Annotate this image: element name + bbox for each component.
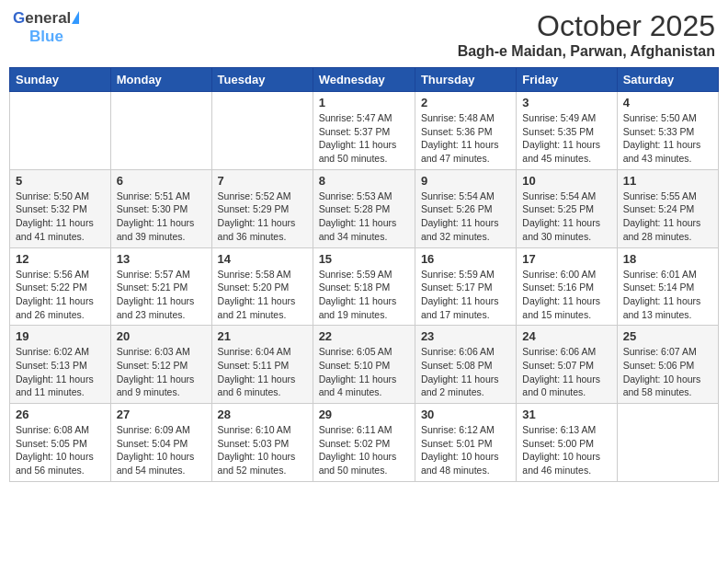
calendar-cell: 7Sunrise: 5:52 AMSunset: 5:29 PMDaylight…	[211, 169, 313, 247]
logo-general-text: General	[13, 9, 79, 28]
day-number: 24	[522, 329, 610, 343]
calendar-week-row: 19Sunrise: 6:02 AMSunset: 5:13 PMDayligh…	[10, 326, 719, 404]
calendar-cell: 22Sunrise: 6:05 AMSunset: 5:10 PMDayligh…	[313, 326, 415, 404]
calendar-cell	[617, 404, 718, 482]
month-title: October 2025	[458, 9, 715, 43]
weekday-header-sunday: Sunday	[10, 68, 111, 92]
day-number: 2	[421, 96, 510, 109]
day-info: Sunrise: 5:59 AMSunset: 5:18 PMDaylight:…	[319, 268, 409, 322]
calendar-cell: 20Sunrise: 6:03 AMSunset: 5:12 PMDayligh…	[110, 326, 211, 404]
day-info: Sunrise: 6:11 AMSunset: 5:02 PMDaylight:…	[319, 423, 409, 477]
day-info: Sunrise: 5:49 AMSunset: 5:35 PMDaylight:…	[522, 111, 610, 166]
day-info: Sunrise: 5:56 AMSunset: 5:22 PMDaylight:…	[16, 268, 105, 322]
calendar-cell: 26Sunrise: 6:08 AMSunset: 5:05 PMDayligh…	[10, 404, 111, 482]
day-number: 16	[421, 252, 510, 266]
day-info: Sunrise: 5:54 AMSunset: 5:25 PMDaylight:…	[522, 190, 610, 244]
calendar-cell: 12Sunrise: 5:56 AMSunset: 5:22 PMDayligh…	[10, 247, 111, 326]
day-info: Sunrise: 5:52 AMSunset: 5:29 PMDaylight:…	[218, 190, 307, 244]
calendar-cell: 31Sunrise: 6:13 AMSunset: 5:00 PMDayligh…	[517, 404, 617, 482]
calendar-cell: 3Sunrise: 5:49 AMSunset: 5:35 PMDaylight…	[517, 92, 617, 170]
day-info: Sunrise: 5:51 AMSunset: 5:30 PMDaylight:…	[117, 190, 206, 244]
calendar-cell: 2Sunrise: 5:48 AMSunset: 5:36 PMDaylight…	[415, 92, 516, 170]
calendar-cell	[211, 92, 313, 170]
day-number: 6	[117, 174, 206, 188]
day-number: 4	[623, 96, 712, 109]
calendar-cell: 8Sunrise: 5:53 AMSunset: 5:28 PMDaylight…	[313, 169, 415, 247]
location-title: Bagh-e Maidan, Parwan, Afghanistan	[458, 43, 715, 60]
day-info: Sunrise: 5:50 AMSunset: 5:32 PMDaylight:…	[16, 190, 105, 244]
day-number: 1	[319, 96, 409, 109]
calendar-cell: 5Sunrise: 5:50 AMSunset: 5:32 PMDaylight…	[10, 169, 111, 247]
day-number: 10	[522, 174, 610, 188]
day-number: 31	[522, 408, 610, 421]
calendar-cell: 30Sunrise: 6:12 AMSunset: 5:01 PMDayligh…	[415, 404, 516, 482]
day-number: 9	[421, 174, 510, 188]
calendar-cell: 19Sunrise: 6:02 AMSunset: 5:13 PMDayligh…	[10, 326, 111, 404]
day-info: Sunrise: 6:00 AMSunset: 5:16 PMDaylight:…	[522, 268, 610, 322]
day-info: Sunrise: 5:55 AMSunset: 5:24 PMDaylight:…	[623, 190, 712, 244]
weekday-header-wednesday: Wednesday	[313, 68, 415, 92]
day-info: Sunrise: 6:05 AMSunset: 5:10 PMDaylight:…	[319, 345, 409, 399]
calendar-cell: 23Sunrise: 6:06 AMSunset: 5:08 PMDayligh…	[415, 326, 516, 404]
day-info: Sunrise: 6:12 AMSunset: 5:01 PMDaylight:…	[421, 423, 510, 477]
day-info: Sunrise: 6:06 AMSunset: 5:07 PMDaylight:…	[522, 345, 610, 399]
logo-blue-text: Blue	[29, 28, 63, 46]
calendar-cell: 4Sunrise: 5:50 AMSunset: 5:33 PMDaylight…	[617, 92, 718, 170]
day-number: 11	[623, 174, 712, 188]
calendar-cell: 11Sunrise: 5:55 AMSunset: 5:24 PMDayligh…	[617, 169, 718, 247]
calendar-cell: 15Sunrise: 5:59 AMSunset: 5:18 PMDayligh…	[313, 247, 415, 326]
day-number: 27	[117, 408, 206, 421]
logo-triangle-icon	[72, 11, 79, 24]
weekday-header-saturday: Saturday	[617, 68, 718, 92]
day-info: Sunrise: 6:08 AMSunset: 5:05 PMDaylight:…	[16, 423, 105, 477]
day-info: Sunrise: 6:04 AMSunset: 5:11 PMDaylight:…	[218, 345, 307, 399]
calendar-cell: 24Sunrise: 6:06 AMSunset: 5:07 PMDayligh…	[517, 326, 617, 404]
calendar-cell: 9Sunrise: 5:54 AMSunset: 5:26 PMDaylight…	[415, 169, 516, 247]
day-info: Sunrise: 6:02 AMSunset: 5:13 PMDaylight:…	[16, 345, 105, 399]
day-info: Sunrise: 5:47 AMSunset: 5:37 PMDaylight:…	[319, 111, 409, 166]
weekday-header-monday: Monday	[110, 68, 211, 92]
day-number: 8	[319, 174, 409, 188]
calendar-cell: 1Sunrise: 5:47 AMSunset: 5:37 PMDaylight…	[313, 92, 415, 170]
calendar-cell: 17Sunrise: 6:00 AMSunset: 5:16 PMDayligh…	[517, 247, 617, 326]
day-number: 14	[218, 252, 307, 266]
calendar-cell: 21Sunrise: 6:04 AMSunset: 5:11 PMDayligh…	[211, 326, 313, 404]
calendar-week-row: 5Sunrise: 5:50 AMSunset: 5:32 PMDaylight…	[10, 169, 719, 247]
day-number: 29	[319, 408, 409, 421]
day-info: Sunrise: 5:50 AMSunset: 5:33 PMDaylight:…	[623, 111, 712, 166]
day-number: 7	[218, 174, 307, 188]
day-number: 22	[319, 329, 409, 343]
day-info: Sunrise: 6:03 AMSunset: 5:12 PMDaylight:…	[117, 345, 206, 399]
weekday-header-thursday: Thursday	[415, 68, 516, 92]
day-info: Sunrise: 5:54 AMSunset: 5:26 PMDaylight:…	[421, 190, 510, 244]
calendar-week-row: 1Sunrise: 5:47 AMSunset: 5:37 PMDaylight…	[10, 92, 719, 170]
day-info: Sunrise: 5:58 AMSunset: 5:20 PMDaylight:…	[218, 268, 307, 322]
calendar-cell: 13Sunrise: 5:57 AMSunset: 5:21 PMDayligh…	[110, 247, 211, 326]
calendar-table: SundayMondayTuesdayWednesdayThursdayFrid…	[9, 67, 719, 482]
calendar-week-row: 26Sunrise: 6:08 AMSunset: 5:05 PMDayligh…	[10, 404, 719, 482]
calendar-cell: 16Sunrise: 5:59 AMSunset: 5:17 PMDayligh…	[415, 247, 516, 326]
day-number: 17	[522, 252, 610, 266]
calendar-cell: 14Sunrise: 5:58 AMSunset: 5:20 PMDayligh…	[211, 247, 313, 326]
day-info: Sunrise: 6:06 AMSunset: 5:08 PMDaylight:…	[421, 345, 510, 399]
day-info: Sunrise: 5:57 AMSunset: 5:21 PMDaylight:…	[117, 268, 206, 322]
day-info: Sunrise: 6:01 AMSunset: 5:14 PMDaylight:…	[623, 268, 712, 322]
day-info: Sunrise: 5:59 AMSunset: 5:17 PMDaylight:…	[421, 268, 510, 322]
day-info: Sunrise: 6:13 AMSunset: 5:00 PMDaylight:…	[522, 423, 610, 477]
calendar-cell: 27Sunrise: 6:09 AMSunset: 5:04 PMDayligh…	[110, 404, 211, 482]
calendar-week-row: 12Sunrise: 5:56 AMSunset: 5:22 PMDayligh…	[10, 247, 719, 326]
logo: General Blue	[13, 9, 79, 46]
day-number: 21	[218, 329, 307, 343]
day-number: 19	[16, 329, 105, 343]
calendar-cell	[110, 92, 211, 170]
weekday-header-tuesday: Tuesday	[211, 68, 313, 92]
day-number: 26	[16, 408, 105, 421]
day-info: Sunrise: 6:10 AMSunset: 5:03 PMDaylight:…	[218, 423, 307, 477]
day-number: 18	[623, 252, 712, 266]
calendar-cell: 10Sunrise: 5:54 AMSunset: 5:25 PMDayligh…	[517, 169, 617, 247]
day-number: 30	[421, 408, 510, 421]
day-number: 23	[421, 329, 510, 343]
day-number: 20	[117, 329, 206, 343]
calendar-cell: 29Sunrise: 6:11 AMSunset: 5:02 PMDayligh…	[313, 404, 415, 482]
day-number: 3	[522, 96, 610, 109]
